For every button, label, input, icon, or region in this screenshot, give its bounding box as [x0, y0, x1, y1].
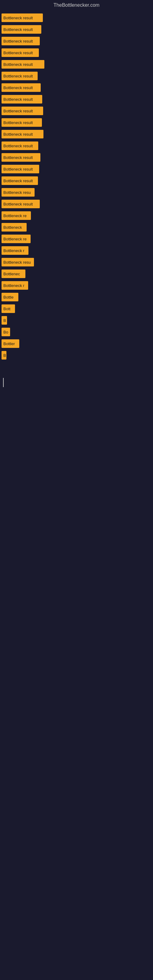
bar-row: Bottleneck result: [0, 107, 153, 115]
bar-label: Bottleneck: [3, 225, 22, 230]
bottleneck-bar: Bottler: [2, 339, 19, 348]
bottleneck-bar: Bott: [2, 304, 15, 313]
bottleneck-bar: Bottleneck result: [2, 83, 41, 92]
bar-label: Bottleneck re: [3, 237, 27, 241]
bar-label: Bottleneck result: [3, 144, 33, 148]
bar-label: Bottleneck result: [3, 86, 33, 90]
bar-row: Bottleneck result: [0, 25, 153, 34]
bar-label: Bottleneck result: [3, 39, 33, 43]
bar-row: Bottleneck r: [0, 246, 153, 255]
bottleneck-bar: Bottleneck result: [2, 37, 40, 45]
bottleneck-bar: Bottleneck result: [2, 130, 43, 138]
bar-row: Bottleneck result: [0, 153, 153, 162]
bar-label: Bottleneck result: [3, 155, 33, 160]
bar-label: Bottleneck result: [3, 178, 33, 183]
bottleneck-bar: Bottleneck result: [2, 13, 43, 22]
site-title: TheBottlenecker.com: [0, 0, 153, 10]
bar-label: Bottleneck result: [3, 202, 33, 207]
cursor-area: [0, 378, 153, 387]
bar-label: Bott: [3, 307, 10, 311]
bottleneck-bar: Bottleneck result: [2, 118, 42, 127]
bar-row: Bottleneck result: [0, 48, 153, 57]
bar-row: Bottlenec: [0, 269, 153, 278]
bottleneck-bar: B: [2, 351, 6, 360]
bar-row: Bottleneck result: [0, 165, 153, 173]
bar-row: Bottleneck resu: [0, 188, 153, 197]
bar-row: Bottleneck result: [0, 95, 153, 103]
bar-row: Bottleneck result: [0, 83, 153, 92]
bar-label: Bottleneck result: [3, 167, 33, 172]
bar-row: Bottleneck result: [0, 130, 153, 138]
bar-row: Bottleneck: [0, 223, 153, 232]
bottleneck-bar: Bottle: [2, 293, 18, 301]
bottleneck-bar: Bottleneck r: [2, 246, 29, 255]
bar-label: Bottleneck result: [3, 16, 33, 20]
bar-label: Bottleneck r: [3, 283, 24, 288]
bottleneck-bar: Bottleneck result: [2, 142, 38, 150]
bottleneck-bar: Bottleneck result: [2, 165, 39, 173]
bottleneck-bar: Bo: [2, 328, 10, 336]
bar-row: Bottleneck result: [0, 72, 153, 80]
bottleneck-bar: Bottleneck result: [2, 200, 40, 208]
bar-label: Bottleneck resu: [3, 190, 31, 195]
bar-row: Bottleneck result: [0, 142, 153, 150]
bottleneck-bar: Bottleneck resu: [2, 258, 34, 266]
bar-label: Bottleneck r: [3, 248, 24, 253]
bar-label: Bottleneck re: [3, 213, 27, 218]
bar-label: Bottleneck result: [3, 74, 33, 78]
bar-row: Bottleneck re: [0, 211, 153, 220]
bar-label: B: [3, 318, 6, 323]
bar-row: Bottleneck result: [0, 118, 153, 127]
bar-row: Bottleneck re: [0, 235, 153, 243]
bottleneck-bar: Bottleneck result: [2, 95, 42, 103]
bottleneck-bar: Bottleneck result: [2, 107, 43, 115]
bar-row: Bottleneck result: [0, 13, 153, 22]
bar-label: Bottle: [3, 295, 13, 299]
cursor-line: [3, 378, 4, 387]
bar-row: Bottleneck resu: [0, 258, 153, 266]
bottleneck-bar: Bottleneck result: [2, 177, 38, 185]
bottleneck-bar: Bottleneck result: [2, 48, 39, 57]
bar-label: Bottlenec: [3, 272, 20, 276]
bar-row: Bottler: [0, 339, 153, 348]
bottleneck-bar: Bottleneck resu: [2, 188, 35, 197]
bar-label: Bottler: [3, 342, 15, 346]
bar-row: Bo: [0, 328, 153, 336]
bar-label: Bottleneck result: [3, 27, 33, 32]
bar-label: Bottleneck result: [3, 132, 33, 137]
bar-label: Bottleneck result: [3, 97, 33, 102]
bar-row: Bottle: [0, 293, 153, 301]
bar-label: Bo: [3, 330, 8, 334]
bottleneck-bar: Bottleneck result: [2, 25, 41, 34]
bar-label: Bottleneck result: [3, 62, 33, 67]
bottleneck-bar: Bottleneck: [2, 223, 27, 232]
bottleneck-bar: Bottleneck r: [2, 281, 28, 290]
bar-label: Bottleneck result: [3, 51, 33, 55]
bar-label: Bottleneck result: [3, 109, 33, 113]
bottleneck-bar: B: [2, 316, 7, 325]
bar-label: Bottleneck result: [3, 120, 33, 125]
bar-row: Bottleneck result: [0, 37, 153, 45]
bottleneck-bar: Bottleneck re: [2, 211, 31, 220]
bottleneck-bar: Bottleneck result: [2, 153, 40, 162]
bars-container: Bottleneck resultBottleneck resultBottle…: [0, 10, 153, 366]
bar-label: B: [3, 353, 6, 358]
bar-row: Bottleneck result: [0, 177, 153, 185]
bar-row: B: [0, 351, 153, 360]
bottleneck-bar: Bottleneck result: [2, 60, 45, 68]
bottleneck-bar: Bottleneck re: [2, 235, 30, 243]
bar-row: B: [0, 316, 153, 325]
bottleneck-bar: Bottleneck result: [2, 72, 38, 80]
bar-row: Bott: [0, 304, 153, 313]
bar-row: Bottleneck r: [0, 281, 153, 290]
bar-row: Bottleneck result: [0, 60, 153, 68]
bottleneck-bar: Bottlenec: [2, 269, 26, 278]
bar-label: Bottleneck resu: [3, 260, 31, 265]
bar-row: Bottleneck result: [0, 200, 153, 208]
